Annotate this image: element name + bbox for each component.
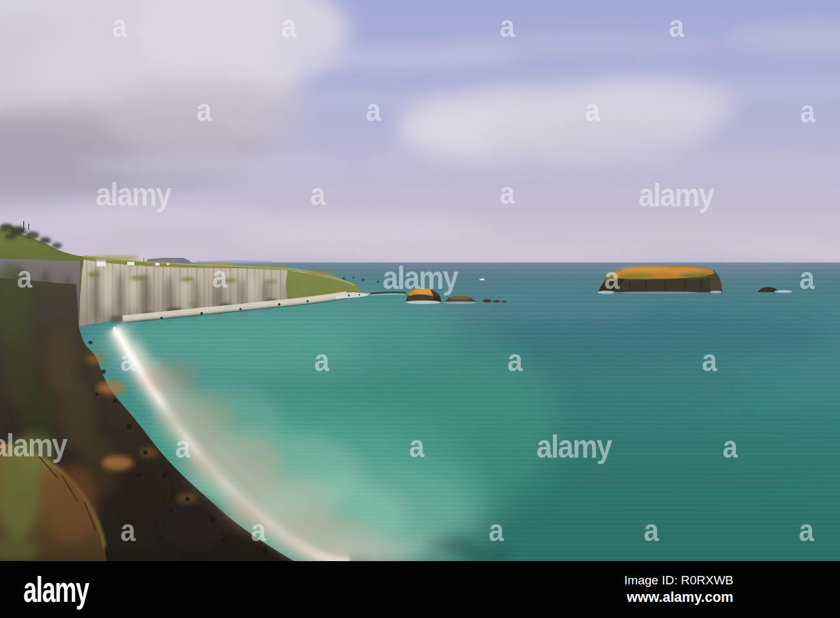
coastal-scene bbox=[0, 0, 840, 561]
footer-info: Image ID: R0RXWB www.alamy.com bbox=[624, 573, 733, 607]
footer-bar: alamy Image ID: R0RXWB www.alamy.com bbox=[0, 561, 840, 618]
image-id-text: Image ID: R0RXWB bbox=[624, 573, 733, 588]
alamy-logo: alamy bbox=[23, 571, 89, 608]
boat bbox=[479, 279, 485, 281]
small-hut bbox=[155, 262, 160, 266]
alamy-url-text: www.alamy.com bbox=[624, 589, 733, 606]
photo bbox=[0, 0, 840, 561]
stock-photo-page: alamyalamyalamyalamyalamyaaaaaaaaaaaaaaa… bbox=[0, 0, 840, 618]
